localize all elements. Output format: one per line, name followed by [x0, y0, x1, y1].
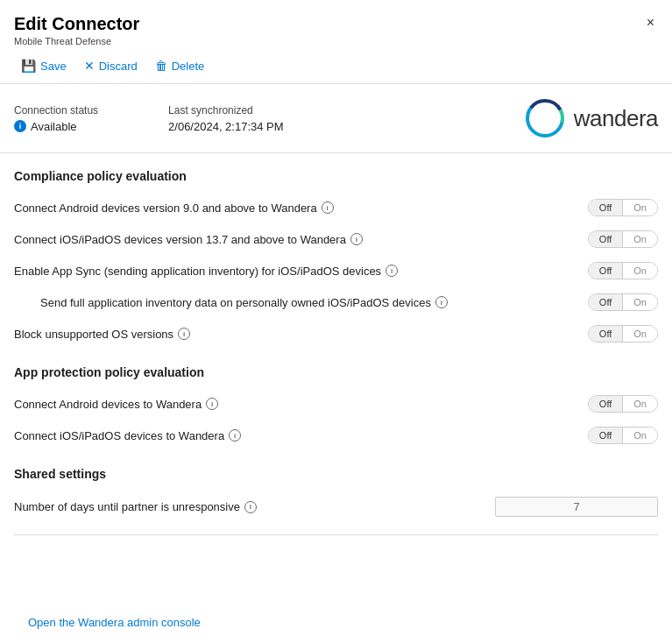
bottom-divider: [14, 534, 658, 535]
wandera-brand-text: wandera: [574, 105, 658, 132]
content-area: Compliance policy evaluation Connect And…: [0, 153, 672, 609]
app-protection-row-0: Connect Android devices to Wandera i Off…: [14, 388, 658, 420]
toggle-on-0[interactable]: On: [623, 200, 657, 216]
info-icon-shared-0: i: [244, 501, 257, 513]
wandera-circle-icon: [525, 98, 565, 138]
info-icon-2: i: [386, 265, 398, 277]
app-protection-row-1: Connect iOS/iPadOS devices to Wandera i …: [14, 420, 658, 451]
save-icon: 💾: [21, 59, 36, 73]
compliance-section-title: Compliance policy evaluation: [14, 153, 658, 192]
last-sync-value: 2/06/2024, 2:17:34 PM: [168, 120, 284, 133]
toolbar: 💾 Save ✕ Discard 🗑 Delete: [0, 50, 672, 84]
connection-status-label: Connection status: [14, 104, 98, 117]
toggle-on-4[interactable]: On: [623, 326, 657, 342]
edit-connector-dialog: Edit Connector Mobile Threat Defense × 💾…: [0, 0, 672, 643]
days-unresponsive-input[interactable]: [495, 497, 658, 517]
delete-icon: 🗑: [155, 59, 167, 73]
info-icon-3: i: [435, 296, 448, 308]
status-section: Connection status i Available Last synch…: [0, 84, 672, 153]
toggle-off-1[interactable]: Off: [589, 231, 623, 247]
discard-icon: ✕: [84, 59, 95, 73]
app-protection-section-title: App protection policy evaluation: [14, 350, 658, 388]
toggle-compliance-1[interactable]: Off On: [588, 230, 658, 248]
toggle-off-ap-1[interactable]: Off: [589, 427, 623, 443]
info-icon-1: i: [350, 233, 363, 245]
discard-button[interactable]: ✕ Discard: [77, 55, 145, 76]
info-icon: i: [14, 120, 26, 132]
shared-section-title: Shared settings: [14, 451, 658, 490]
dialog-subtitle: Mobile Threat Defense: [14, 36, 139, 46]
compliance-row-2: Enable App Sync (sending application inv…: [14, 255, 658, 286]
compliance-row-3: Send full application inventory data on …: [14, 286, 658, 318]
toggle-app-protection-1[interactable]: Off On: [588, 427, 658, 444]
info-icon-ap-0: i: [206, 398, 218, 410]
close-button[interactable]: ×: [643, 12, 658, 33]
toggle-app-protection-0[interactable]: Off On: [588, 395, 658, 413]
toggle-off-2[interactable]: Off: [589, 263, 623, 279]
shared-row-0: Number of days until partner is unrespon…: [14, 490, 658, 524]
toggle-on-1[interactable]: On: [623, 231, 657, 247]
toggle-off-ap-0[interactable]: Off: [589, 396, 623, 412]
toggle-on-ap-0[interactable]: On: [623, 396, 657, 412]
toggle-compliance-3[interactable]: Off On: [588, 293, 658, 311]
toggle-on-ap-1[interactable]: On: [623, 427, 657, 443]
compliance-row-0: Connect Android devices version 9.0 and …: [14, 192, 658, 223]
connection-status-value: i Available: [14, 120, 98, 133]
toggle-off-4[interactable]: Off: [589, 326, 623, 342]
delete-button[interactable]: 🗑 Delete: [148, 55, 212, 76]
toggle-compliance-4[interactable]: Off On: [588, 325, 658, 343]
toggle-compliance-0[interactable]: Off On: [588, 199, 658, 216]
toggle-on-3[interactable]: On: [623, 294, 657, 310]
toggle-off-3[interactable]: Off: [589, 294, 623, 310]
toggle-on-2[interactable]: On: [623, 263, 657, 279]
save-button[interactable]: 💾 Save: [14, 55, 74, 76]
last-sync-label: Last synchronized: [168, 104, 284, 117]
dialog-header: Edit Connector Mobile Threat Defense ×: [0, 0, 672, 50]
info-icon-0: i: [322, 201, 334, 214]
compliance-row-4: Block unsupported OS versions i Off On: [14, 318, 658, 350]
wandera-admin-link[interactable]: Open the Wandera admin console: [14, 605, 215, 639]
toggle-compliance-2[interactable]: Off On: [588, 262, 658, 279]
footer: Open the Wandera admin console: [0, 609, 672, 643]
compliance-row-1: Connect iOS/iPadOS devices version 13.7 …: [14, 223, 658, 255]
wandera-logo: wandera: [525, 98, 658, 138]
toggle-off-0[interactable]: Off: [589, 200, 623, 216]
info-icon-4: i: [178, 328, 190, 340]
info-icon-ap-1: i: [229, 429, 241, 442]
dialog-title: Edit Connector: [14, 12, 139, 35]
